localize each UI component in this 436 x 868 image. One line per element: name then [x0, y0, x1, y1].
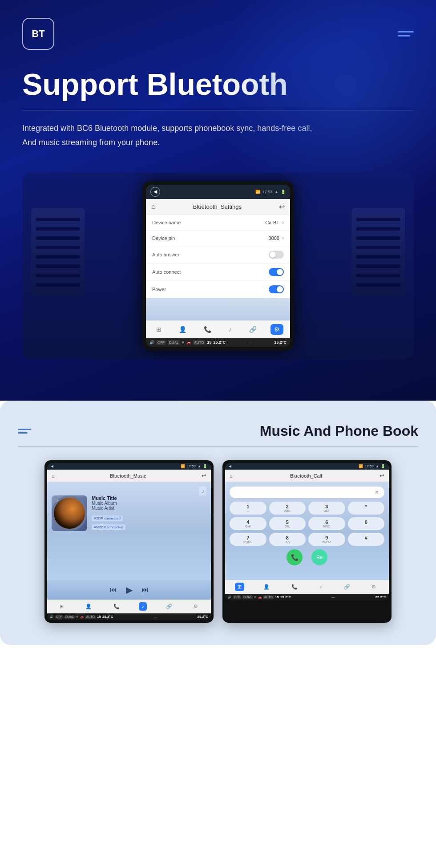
device-pin-chevron: ›: [282, 235, 284, 241]
dial-hash[interactable]: #: [348, 533, 385, 546]
music-section: Music And Phone Book ◀ 📶 17:53 ▲ 🔋 ⌂ Blu…: [0, 401, 436, 645]
music-section-title: Music And Phone Book: [260, 423, 418, 439]
dial-8[interactable]: 8TUV: [269, 533, 306, 546]
auto-answer-toggle[interactable]: [269, 251, 284, 259]
track-title: Music Title: [92, 495, 206, 501]
c-nav-grid[interactable]: ⊞: [235, 583, 244, 591]
call-content: ✕ 1— 2ABC 3DEF * 4GHI 5JKL 6MNO 0· 7PQRS…: [225, 482, 389, 580]
dial-3[interactable]: 3DEF: [308, 502, 345, 515]
auto-connect-label: Auto connect: [152, 269, 269, 275]
call-climate-bar: 🔊 OFF DUAL ❄🚗 AUTO 15 25.2°C — 25.2°C: [225, 594, 389, 600]
m-nav-grid[interactable]: ⊞: [57, 602, 66, 611]
music-content: ♪ Music Title Music Album Music A: [47, 482, 211, 580]
device-pin-row[interactable]: Device pin 0000 ›: [146, 231, 290, 246]
nav-link-icon[interactable]: 🔗: [246, 324, 260, 335]
call-home-icon[interactable]: ⌂: [230, 473, 233, 479]
redial-button[interactable]: Re: [311, 549, 327, 565]
main-screen-device: ◀ 📶 17:53 ▲ 🔋 ⌂ Bluetooth_Settings ↩: [142, 181, 294, 350]
call-back-icon[interactable]: ↩: [379, 472, 384, 479]
left-temp: 15: [207, 340, 211, 345]
next-track-button[interactable]: ⏭: [141, 586, 149, 594]
dial-5[interactable]: 5JKL: [269, 517, 306, 530]
device-name-value: CarBT: [265, 220, 279, 225]
c-nav-phone[interactable]: 📞: [289, 583, 300, 591]
m-nav-link[interactable]: 🔗: [163, 602, 175, 611]
call-screen-header: ⌂ Bluetooth_Call ↩: [225, 470, 389, 482]
hero-section: BT Support Bluetooth Integrated with BC6…: [0, 0, 436, 401]
call-status-bar: ◀ 📶 17:53 ▲ 🔋: [225, 463, 389, 470]
dial-4[interactable]: 4GHI: [230, 517, 266, 530]
call-button[interactable]: 📞: [287, 549, 303, 565]
m-nav-music[interactable]: ♪: [139, 602, 147, 611]
nav-music-icon[interactable]: ♪: [225, 324, 235, 335]
call-screen-title: Bluetooth_Call: [233, 473, 379, 479]
power-toggle[interactable]: [269, 285, 284, 293]
call-actions: 📞 Re: [230, 549, 384, 565]
music-player-row: Music Title Music Album Music Artist A2D…: [52, 495, 206, 531]
music-right-temp: 25.2°C: [197, 615, 208, 619]
dial-9[interactable]: 9WXYZ: [308, 533, 345, 546]
music-climate-bar: 🔊 OFF DUAL ❄🚗 AUTO 15 25.2°C — 25.2°C: [47, 613, 211, 620]
nav-phone-icon[interactable]: 📞: [200, 324, 215, 335]
music-status-bar: ◀ 📶 17:53 ▲ 🔋: [47, 463, 211, 470]
music-hamburger-icon[interactable]: [18, 429, 31, 434]
right-climate-temp: 25.2°C: [274, 340, 287, 345]
car-background: ◀ 📶 17:53 ▲ 🔋 ⌂ Bluetooth_Settings ↩: [22, 172, 414, 359]
music-section-header: Music And Phone Book: [18, 423, 418, 439]
auto-answer-row: Auto answer: [146, 246, 290, 264]
dial-0[interactable]: 0·: [348, 517, 385, 530]
nav-settings-icon[interactable]: ⚙: [270, 324, 283, 335]
nav-grid-icon[interactable]: ⊞: [153, 324, 165, 335]
auto-connect-row: Auto connect: [146, 264, 290, 281]
c-nav-link[interactable]: 🔗: [341, 583, 353, 591]
dial-2[interactable]: 2ABC: [269, 502, 306, 515]
play-pause-button[interactable]: ▶: [126, 584, 133, 595]
prev-track-button[interactable]: ⏮: [110, 586, 117, 594]
c-nav-music[interactable]: ♪: [317, 583, 325, 591]
nav-contacts-icon[interactable]: 👤: [175, 324, 190, 335]
device-name-chevron: ›: [282, 219, 284, 226]
bt-settings-screen: Device name CarBT › Device pin 0000 ›: [146, 215, 290, 320]
screen-bottom-nav: ⊞ 👤 📞 ♪ 🔗 ⚙: [146, 320, 290, 338]
avrcp-badge: AVRCP connected: [92, 524, 125, 530]
call-clear-button[interactable]: ✕: [375, 489, 379, 495]
dial-7[interactable]: 7PQRS: [230, 533, 266, 546]
bt-settings-header: ⌂ Bluetooth_Settings ↩: [146, 199, 290, 215]
device-name-row[interactable]: Device name CarBT ›: [146, 215, 290, 231]
back-nav-arrow[interactable]: ◀: [150, 187, 160, 197]
dial-6[interactable]: 6MNO: [308, 517, 345, 530]
device-pin-label: Device pin: [152, 235, 269, 241]
auto-connect-toggle[interactable]: [269, 268, 284, 276]
music-back-nav[interactable]: ◀: [51, 464, 53, 468]
queue-icon[interactable]: ♪: [199, 487, 206, 495]
hero-title: Support Bluetooth: [22, 68, 414, 101]
home-icon[interactable]: ⌂: [151, 203, 156, 211]
c-nav-settings[interactable]: ⚙: [369, 583, 379, 591]
left-vent: [31, 208, 85, 297]
music-home-icon[interactable]: ⌂: [52, 473, 55, 479]
power-row: Power: [146, 281, 290, 298]
track-album: Music Album: [92, 501, 206, 506]
device-name-label: Device name: [152, 220, 265, 225]
auto-answer-label: Auto answer: [152, 252, 269, 257]
call-screen-device: ◀ 📶 17:53 ▲ 🔋 ⌂ Bluetooth_Call ↩ ✕: [222, 460, 392, 623]
m-nav-settings[interactable]: ⚙: [191, 602, 201, 611]
m-nav-contacts[interactable]: 👤: [83, 602, 94, 611]
car-dashboard: ◀ 📶 17:53 ▲ 🔋 ⌂ Bluetooth_Settings ↩: [22, 172, 414, 359]
dial-1[interactable]: 1—: [230, 502, 266, 515]
settings-title: Bluetooth_Settings: [156, 203, 279, 210]
hero-description: Integrated with BC6 Bluetooth module, su…: [22, 121, 414, 150]
music-screen-title: Bluetooth_Music: [55, 473, 202, 479]
hero-header: BT: [22, 18, 414, 50]
call-back-nav[interactable]: ◀: [229, 464, 231, 468]
music-screens-row: ◀ 📶 17:53 ▲ 🔋 ⌂ Bluetooth_Music ↩ ♪: [18, 460, 418, 623]
music-info: Music Title Music Album Music Artist A2D…: [92, 495, 206, 531]
music-back-icon[interactable]: ↩: [202, 472, 206, 479]
dial-star[interactable]: *: [348, 502, 385, 515]
climate-bar: 🔊 OFF DUAL ❄ 🚗 AUTO 15 25.2°C — 25.2°C: [146, 338, 290, 347]
m-nav-phone[interactable]: 📞: [111, 602, 122, 611]
settings-back-icon[interactable]: ↩: [279, 203, 285, 211]
c-nav-contacts[interactable]: 👤: [261, 583, 272, 591]
hamburger-menu-icon[interactable]: [398, 31, 414, 37]
call-right-temp: 25.2°C: [375, 595, 386, 599]
